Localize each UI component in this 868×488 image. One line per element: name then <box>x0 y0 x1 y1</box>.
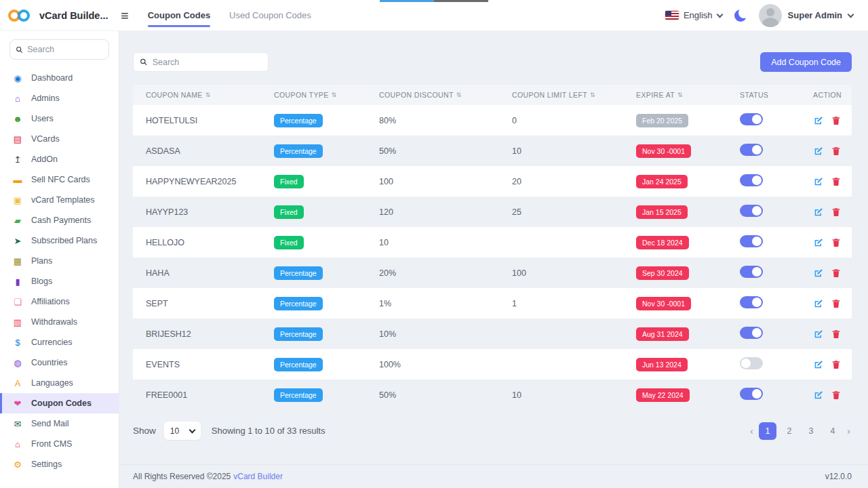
edit-icon[interactable] <box>813 390 824 401</box>
tab-used-coupon-codes[interactable]: Used Coupon Codes <box>229 0 311 31</box>
coupon-type-badge: Percentage <box>274 266 323 280</box>
delete-icon[interactable] <box>831 176 842 187</box>
status-toggle[interactable] <box>740 205 763 217</box>
edit-icon[interactable] <box>813 115 824 126</box>
sidebar-item-blogs[interactable]: ▮Blogs <box>0 271 119 291</box>
sidebar-item-withdrawals[interactable]: ▥Withdrawals <box>0 312 119 332</box>
loading-bar-track <box>434 0 488 2</box>
header-right: English Super Admin <box>665 4 868 27</box>
prev-page-button[interactable]: ‹ <box>749 425 755 436</box>
status-toggle[interactable] <box>740 266 763 278</box>
delete-icon[interactable] <box>831 237 842 248</box>
page-button-4[interactable]: 4 <box>824 422 842 440</box>
table-search-input[interactable] <box>153 58 262 67</box>
edit-icon[interactable] <box>813 176 824 187</box>
coupon-type-badge: Percentage <box>274 114 323 127</box>
column-header-coupon-type[interactable]: COUPON TYPE⇅ <box>274 91 379 99</box>
status-toggle[interactable] <box>740 327 763 339</box>
sort-icon[interactable]: ⇅ <box>677 92 683 98</box>
sidebar-item-subscribed-plans[interactable]: ➤Subscribed Plans <box>0 230 119 251</box>
infinity-logo-icon <box>8 8 34 23</box>
sort-icon[interactable]: ⇅ <box>456 92 462 98</box>
edit-icon[interactable] <box>813 298 824 309</box>
page-size-select[interactable]: 10 <box>164 422 201 440</box>
sidebar-item-countries[interactable]: ◍Countries <box>0 352 119 373</box>
hamburger-menu-icon[interactable]: ≡ <box>121 9 129 22</box>
sort-icon[interactable]: ⇅ <box>205 92 211 98</box>
next-page-button[interactable]: › <box>846 425 852 436</box>
sidebar-item-users[interactable]: ☻Users <box>0 108 119 129</box>
delete-icon[interactable] <box>831 207 842 218</box>
sidebar-item-dashboard[interactable]: ◉Dashboard <box>0 68 119 88</box>
edit-icon[interactable] <box>813 359 824 370</box>
status-toggle[interactable] <box>740 357 763 369</box>
edit-icon[interactable] <box>813 146 824 157</box>
coupon-name-cell: HAPPYNEWYEAR2025 <box>146 177 274 186</box>
edit-icon[interactable] <box>813 207 824 218</box>
status-cell <box>740 144 813 158</box>
sort-icon[interactable]: ⇅ <box>332 92 337 98</box>
page-button-3[interactable]: 3 <box>802 422 820 440</box>
table-search[interactable] <box>133 52 269 72</box>
add-coupon-code-button[interactable]: Add Coupon Code <box>760 52 852 72</box>
user-menu[interactable]: Super Admin <box>759 4 853 27</box>
sort-icon[interactable]: ⇅ <box>590 92 595 98</box>
expire-at-cell: Nov 30 -0001 <box>636 297 740 310</box>
page-button-1[interactable]: 1 <box>759 422 776 440</box>
status-cell <box>740 113 813 127</box>
delete-icon[interactable] <box>831 390 842 401</box>
status-toggle[interactable] <box>740 144 763 156</box>
edit-icon[interactable] <box>813 268 824 279</box>
coupon-name-cell: FREE0001 <box>146 390 274 400</box>
delete-icon[interactable] <box>831 268 842 279</box>
sidebar-item-affiliations[interactable]: ❏Affiliations <box>0 291 119 312</box>
column-header-coupon-limit-left[interactable]: COUPON LIMIT LEFT⇅ <box>512 91 636 99</box>
sidebar-item-label: Settings <box>31 460 62 469</box>
sidebar-item-label: Admins <box>31 94 60 103</box>
search-icon <box>16 45 23 54</box>
delete-icon[interactable] <box>831 329 842 340</box>
sidebar-item-front-cms[interactable]: ⌂Front CMS <box>0 434 119 454</box>
delete-icon[interactable] <box>831 146 842 157</box>
delete-icon[interactable] <box>831 115 842 126</box>
sidebar-item-coupon-codes[interactable]: ❤Coupon Codes <box>0 393 119 413</box>
sidebar-item-settings[interactable]: ⚙Settings <box>0 454 119 474</box>
status-toggle[interactable] <box>740 388 763 400</box>
sidebar-item-vcards[interactable]: ▤VCards <box>0 129 119 149</box>
sidebar-item-vcard-templates[interactable]: ▣vCard Templates <box>0 190 119 210</box>
tab-coupon-codes[interactable]: Coupon Codes <box>148 0 210 31</box>
status-toggle[interactable] <box>740 235 763 247</box>
sidebar-item-admins[interactable]: ⌂Admins <box>0 88 119 108</box>
status-toggle[interactable] <box>740 174 763 186</box>
sidebar-item-addon[interactable]: ↥AddOn <box>0 149 119 169</box>
column-header-coupon-discount[interactable]: COUPON DISCOUNT⇅ <box>379 91 512 99</box>
dark-mode-moon-icon[interactable] <box>734 9 747 22</box>
sidebar-search-input[interactable] <box>27 45 103 54</box>
brand-link[interactable]: vCard Builder <box>233 472 283 481</box>
sidebar-item-send-mail[interactable]: ✉Send Mail <box>0 413 119 434</box>
table-toolbar: Add Coupon Code <box>119 31 868 72</box>
sidebar-item-label: Send Mail <box>31 419 69 428</box>
sidebar-item-sell-nfc-cards[interactable]: ▬Sell NFC Cards <box>0 169 119 190</box>
expire-date-badge: Nov 30 -0001 <box>636 297 691 310</box>
language-selector[interactable]: English <box>665 10 722 20</box>
sidebar-search[interactable] <box>9 39 109 60</box>
addon-icon: ↥ <box>12 155 23 164</box>
sidebar-item-currencies[interactable]: $Currencies <box>0 332 119 352</box>
status-toggle[interactable] <box>740 113 763 125</box>
page-button-2[interactable]: 2 <box>781 422 798 440</box>
status-toggle[interactable] <box>740 296 763 308</box>
column-header-expire-at[interactable]: EXPIRE AT⇅ <box>636 91 740 99</box>
edit-icon[interactable] <box>813 329 824 340</box>
status-cell <box>740 327 813 341</box>
sidebar-item-cash-payments[interactable]: ▰Cash Payments <box>0 210 119 230</box>
edit-icon[interactable] <box>813 237 824 248</box>
column-header-coupon-name[interactable]: COUPON NAME⇅ <box>146 91 274 99</box>
sidebar-item-label: Sell NFC Cards <box>31 175 90 184</box>
action-cell <box>813 237 852 248</box>
sidebar-item-languages[interactable]: ALanguages <box>0 373 119 393</box>
expire-date-badge: Aug 31 2024 <box>636 327 689 341</box>
delete-icon[interactable] <box>831 359 842 370</box>
delete-icon[interactable] <box>831 298 842 309</box>
sidebar-item-plans[interactable]: ▦Plans <box>0 251 119 271</box>
